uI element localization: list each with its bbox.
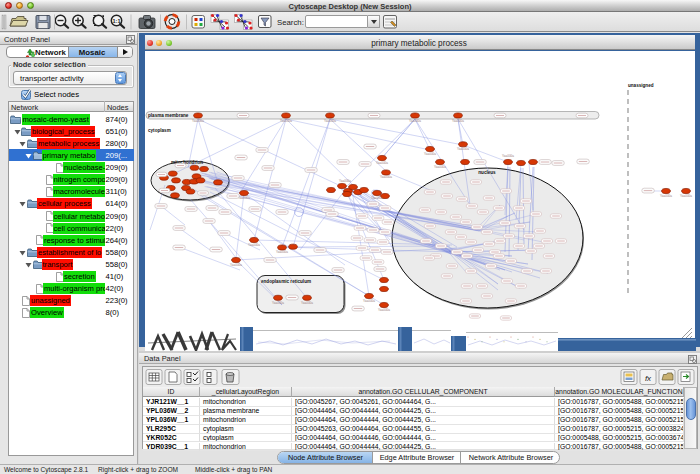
svg-text:Yaa000a: Yaa000a [378, 308, 390, 312]
svg-text:fx: fx [645, 374, 652, 383]
svg-text:Yaa000a: Yaa000a [371, 196, 383, 200]
svg-text:Yaa000a: Yaa000a [276, 250, 288, 254]
svg-text:Yaa000a: Yaa000a [280, 119, 292, 123]
svg-text:Yaa000a: Yaa000a [457, 147, 469, 151]
svg-text:Yaa000a: Yaa000a [230, 263, 242, 267]
svg-text:Yaa000a: Yaa000a [680, 194, 692, 198]
svg-text:Yaa000a: Yaa000a [363, 299, 375, 303]
svg-text:Yaa000a: Yaa000a [339, 179, 351, 183]
svg-text:plasma membrane: plasma membrane [148, 113, 189, 118]
svg-text:unassigned: unassigned [628, 83, 654, 88]
svg-text:Yaa000a: Yaa000a [502, 154, 514, 158]
svg-text:1:1: 1:1 [113, 18, 121, 24]
svg-text:Yaa000a: Yaa000a [452, 119, 464, 123]
svg-text:Yaa000a: Yaa000a [409, 119, 421, 123]
svg-text:Yaa000a: Yaa000a [424, 152, 436, 156]
svg-text:Yaa000a: Yaa000a [376, 161, 388, 165]
svg-text:Yaa000a: Yaa000a [238, 196, 250, 200]
svg-text:Yaa000a: Yaa000a [660, 194, 672, 198]
svg-text:Yaa000a: Yaa000a [192, 119, 204, 123]
svg-text:Yaa000a: Yaa000a [434, 165, 446, 169]
svg-text:Yaa000a: Yaa000a [248, 243, 260, 247]
svg-text:Yaa000a: Yaa000a [380, 175, 392, 179]
svg-text:Yaa000a: Yaa000a [301, 301, 313, 305]
svg-text:Yaa000a: Yaa000a [324, 119, 336, 123]
svg-text:Yaa000a: Yaa000a [272, 301, 284, 305]
svg-text:endoplasmic reticulum: endoplasmic reticulum [261, 279, 311, 284]
svg-text:cytoplasm: cytoplasm [148, 128, 171, 133]
svg-text:nucleus: nucleus [478, 170, 496, 175]
